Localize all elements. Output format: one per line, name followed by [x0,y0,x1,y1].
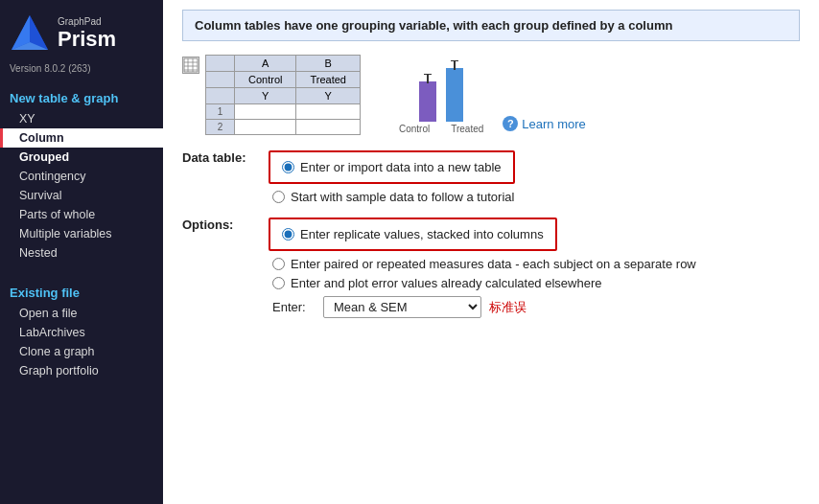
sidebar-item-clone-graph[interactable]: Clone a graph [0,342,163,361]
logo-area: GraphPad Prism [0,0,163,63]
enter-label: Enter: [272,300,316,314]
sidebar-item-survival[interactable]: Survival [0,186,163,205]
row-1-header: 1 [206,104,235,120]
group-treated-header: Treated [296,72,361,88]
radio-paired-label[interactable]: Enter paired or repeated measures data -… [272,257,696,271]
options-section: Options: Enter replicate values, stacked… [182,218,800,318]
bordered-radio-group: Enter or import data into a new table [269,150,515,184]
error-bar-treated-top [451,60,458,61]
chart-labels: Control Treated [399,124,483,134]
bars-area [410,55,473,122]
error-bar-control-top [424,74,432,75]
options-bordered-group: Enter replicate values, stacked into col… [269,218,557,251]
sidebar-item-contingency[interactable]: Contingency [0,167,163,186]
description-box: Column tables have one grouping variable… [182,10,800,41]
learn-more-icon: ? [503,116,518,131]
sidebar-item-labarchives[interactable]: LabArchives [0,323,163,342]
error-bar-treated-line [454,60,456,70]
radio-replicate-label[interactable]: Enter replicate values, stacked into col… [282,227,544,241]
learn-more-area: ? Learn more [503,55,585,135]
cell-2b [296,120,361,135]
sidebar-item-open-file[interactable]: Open a file [0,304,163,323]
sidebar: GraphPad Prism Version 8.0.2 (263) New t… [0,0,163,504]
existing-file-section-header: Existing file [0,278,163,304]
data-table-label: Data table: [182,150,269,165]
bar-treated-bar [446,68,463,122]
radio-sample-data-text: Start with sample data to follow a tutor… [291,190,514,204]
sidebar-item-nested[interactable]: Nested [0,243,163,263]
data-table-section: Data table: Enter or import data into a … [182,150,800,204]
bar-treated-fill [446,68,463,122]
table-icon [182,57,199,74]
error-bar-control-line [427,74,429,83]
learn-more-link[interactable]: Learn more [522,117,585,131]
cell-2a [235,120,296,135]
error-hint: 标准误 [489,299,526,316]
row-2-header: 2 [206,120,235,135]
new-table-section-header: New table & graph [0,83,163,109]
radio-replicate-text: Enter replicate values, stacked into col… [300,227,544,241]
chart-label-treated: Treated [451,124,483,134]
radio-sample-data-label[interactable]: Start with sample data to follow a tutor… [272,190,515,204]
sidebar-item-xy[interactable]: XY [0,109,163,128]
bar-control-bar [419,81,436,122]
sidebar-item-multiple-variables[interactable]: Multiple variables [0,224,163,243]
radio-error-label[interactable]: Enter and plot error values already calc… [272,276,696,290]
enter-select[interactable]: Mean & SEM Mean & SD Mean & CI Median & … [323,296,481,318]
row-y2-header: Y [296,88,361,104]
group-control-header: Control [235,72,296,88]
row-y1-header: Y [235,88,296,104]
prism-logo-icon [10,13,50,54]
col-a-header: A [235,56,296,72]
bar-treated [446,68,463,122]
radio-paired[interactable] [272,258,285,270]
table-preview: A B Control Treated Y Y [182,55,361,135]
radio-new-table[interactable] [282,161,294,173]
chart-label-control: Control [399,124,430,134]
data-table-options: Enter or import data into a new table St… [269,150,515,204]
chart-preview: Control Treated [399,55,483,135]
mini-data-table: A B Control Treated Y Y [205,55,361,135]
col-b-header: B [296,56,361,72]
options-content: Enter replicate values, stacked into col… [269,218,696,318]
content-area: A B Control Treated Y Y [182,55,800,135]
radio-new-table-text: Enter or import data into a new table [300,160,502,174]
sidebar-item-grouped[interactable]: Grouped [0,148,163,167]
enter-row: Enter: Mean & SEM Mean & SD Mean & CI Me… [272,296,696,318]
radio-replicate[interactable] [282,228,294,241]
sidebar-item-parts-whole[interactable]: Parts of whole [0,205,163,224]
version-label: Version 8.0.2 (263) [0,63,163,74]
options-radio-group: Enter paired or repeated measures data -… [272,257,696,290]
sidebar-item-column[interactable]: Column [0,128,163,148]
radio-new-table-label[interactable]: Enter or import data into a new table [282,160,502,174]
bar-control-fill [419,81,436,122]
radio-sample-data[interactable] [272,191,285,203]
description-text: Column tables have one grouping variable… [195,18,672,33]
radio-error[interactable] [272,277,285,289]
main-content: Column tables have one grouping variable… [163,0,819,504]
logo-text-block: GraphPad Prism [58,16,116,51]
sidebar-item-graph-portfolio[interactable]: Graph portfolio [0,361,163,380]
mini-table-wrap: A B Control Treated Y Y [182,55,361,135]
cell-1a [235,104,296,120]
radio-paired-text: Enter paired or repeated measures data -… [291,257,696,271]
radio-error-text: Enter and plot error values already calc… [291,276,601,290]
learn-more-container: ? Learn more [503,116,585,131]
bar-control [419,81,436,122]
options-label: Options: [182,218,269,232]
prism-label: Prism [58,28,116,51]
cell-1b [296,104,361,120]
